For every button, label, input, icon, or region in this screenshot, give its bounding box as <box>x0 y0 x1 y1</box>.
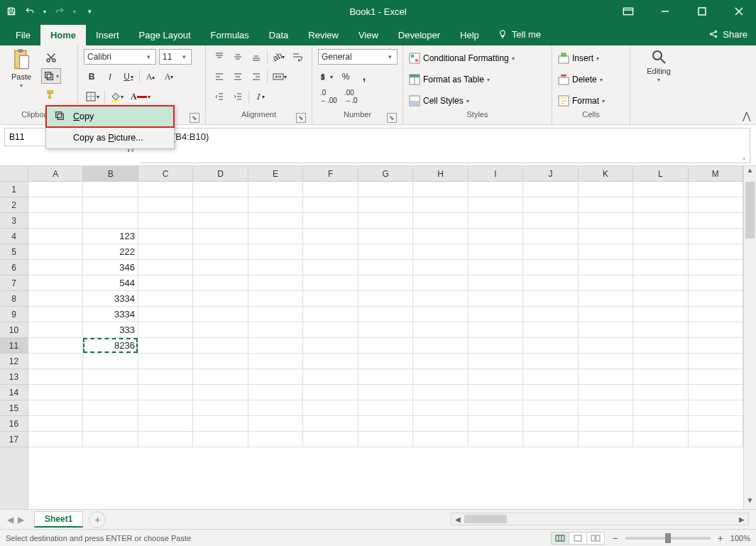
row-header-13[interactable]: 13 <box>0 369 28 385</box>
cell-D6[interactable] <box>193 260 248 275</box>
cell-K7[interactable] <box>579 275 633 291</box>
orientation-alt-button[interactable]: ⤢▾ <box>252 89 268 104</box>
cell-I15[interactable] <box>469 400 523 416</box>
cell-M13[interactable] <box>689 369 743 385</box>
cell-I5[interactable] <box>469 244 523 260</box>
increase-decimal-button[interactable]: .0←.00 <box>318 89 339 104</box>
font-size-select[interactable]: 11▾ <box>159 49 192 65</box>
cell-B15[interactable] <box>83 400 138 416</box>
scroll-left-arrow[interactable]: ◀ <box>451 515 464 523</box>
cell-F15[interactable] <box>303 400 358 416</box>
column-header-A[interactable]: A <box>28 166 83 181</box>
cell-G1[interactable] <box>358 182 413 197</box>
row-header-17[interactable]: 17 <box>0 432 28 447</box>
row-header-8[interactable]: 8 <box>0 291 28 307</box>
row-header-7[interactable]: 7 <box>0 275 28 291</box>
cell-L1[interactable] <box>633 182 688 197</box>
cell-B2[interactable] <box>83 197 138 213</box>
cell-D10[interactable] <box>193 322 248 338</box>
cell-H10[interactable] <box>413 322 468 338</box>
cell-M17[interactable] <box>689 432 743 447</box>
comma-style-button[interactable]: , <box>356 69 372 84</box>
cell-J16[interactable] <box>523 416 578 432</box>
cell-F12[interactable] <box>303 354 358 369</box>
cell-J11[interactable] <box>523 338 578 354</box>
cell-E6[interactable] <box>248 260 303 275</box>
increase-indent-button[interactable] <box>230 89 246 104</box>
cell-G4[interactable] <box>358 229 413 244</box>
cell-F2[interactable] <box>303 197 358 213</box>
cell-M10[interactable] <box>689 322 743 338</box>
column-header-I[interactable]: I <box>469 166 523 181</box>
cell-F3[interactable] <box>303 213 358 229</box>
row-header-3[interactable]: 3 <box>0 213 28 229</box>
cell-K5[interactable] <box>579 244 633 260</box>
cell-H1[interactable] <box>413 182 468 197</box>
cell-K13[interactable] <box>579 369 633 385</box>
cell-D11[interactable] <box>193 338 248 354</box>
cell-H2[interactable] <box>413 197 468 213</box>
accounting-format-button[interactable]: $▾ <box>318 69 335 84</box>
ribbon-display-button[interactable] <box>614 0 642 23</box>
cell-K3[interactable] <box>579 213 633 229</box>
editing-button[interactable]: Editing ▾ <box>643 48 674 83</box>
cell-C14[interactable] <box>138 385 193 400</box>
align-bottom-button[interactable] <box>248 49 264 65</box>
cell-C1[interactable] <box>138 182 193 197</box>
share-button[interactable]: Share <box>708 23 747 45</box>
cell-C12[interactable] <box>138 354 193 369</box>
zoom-slider[interactable] <box>625 537 711 540</box>
cell-C3[interactable] <box>138 213 193 229</box>
maximize-button[interactable] <box>688 0 716 23</box>
cell-J12[interactable] <box>523 354 578 369</box>
decrease-decimal-button[interactable]: .00→.0 <box>342 89 359 104</box>
cell-B12[interactable] <box>83 354 138 369</box>
add-sheet-button[interactable]: + <box>89 511 106 528</box>
align-top-button[interactable] <box>212 49 227 65</box>
cell-J14[interactable] <box>523 385 578 400</box>
cell-B10[interactable]: 333 <box>83 322 138 338</box>
increase-font-button[interactable]: A▴ <box>143 69 158 84</box>
cell-A8[interactable] <box>28 291 83 307</box>
cell-G13[interactable] <box>358 369 413 385</box>
cell-M2[interactable] <box>689 197 743 213</box>
cell-H8[interactable] <box>413 291 468 307</box>
cell-J1[interactable] <box>523 182 578 197</box>
cell-A17[interactable] <box>28 432 83 447</box>
cell-F10[interactable] <box>303 322 358 338</box>
cell-I1[interactable] <box>469 182 523 197</box>
row-header-6[interactable]: 6 <box>0 260 28 275</box>
cell-I10[interactable] <box>469 322 523 338</box>
cell-C13[interactable] <box>138 369 193 385</box>
cell-L13[interactable] <box>633 369 688 385</box>
cell-B13[interactable] <box>83 369 138 385</box>
cell-F1[interactable] <box>303 182 358 197</box>
cell-F9[interactable] <box>303 307 358 322</box>
cell-C2[interactable] <box>138 197 193 213</box>
cell-H14[interactable] <box>413 385 468 400</box>
cell-G3[interactable] <box>358 213 413 229</box>
cell-L7[interactable] <box>633 275 688 291</box>
merge-center-button[interactable]: ▾ <box>270 69 289 84</box>
cell-F5[interactable] <box>303 244 358 260</box>
cell-G10[interactable] <box>358 322 413 338</box>
cell-E14[interactable] <box>248 385 303 400</box>
scroll-down-arrow[interactable]: ▼ <box>744 496 756 509</box>
cell-K15[interactable] <box>579 400 633 416</box>
cell-D4[interactable] <box>193 229 248 244</box>
font-color-button[interactable]: A▾ <box>128 89 153 104</box>
cell-D16[interactable] <box>193 416 248 432</box>
cell-J8[interactable] <box>523 291 578 307</box>
minimize-button[interactable] <box>651 0 679 23</box>
cell-E10[interactable] <box>248 322 303 338</box>
cell-E4[interactable] <box>248 229 303 244</box>
cell-G7[interactable] <box>358 275 413 291</box>
cell-K8[interactable] <box>579 291 633 307</box>
cell-M3[interactable] <box>689 213 743 229</box>
cell-G15[interactable] <box>358 400 413 416</box>
cell-L14[interactable] <box>633 385 688 400</box>
cell-K9[interactable] <box>579 307 633 322</box>
close-button[interactable] <box>725 0 753 23</box>
cell-L2[interactable] <box>633 197 688 213</box>
cell-A3[interactable] <box>28 213 83 229</box>
